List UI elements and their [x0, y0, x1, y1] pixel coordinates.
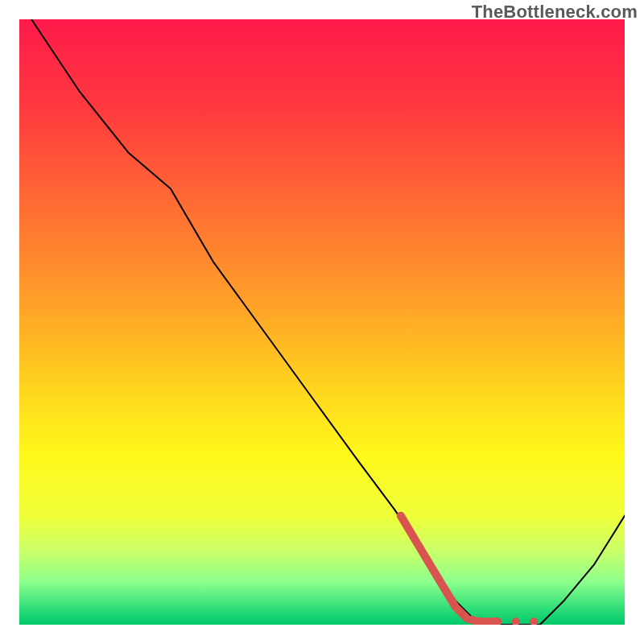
chart-stage: TheBottleneck.com [0, 0, 644, 644]
bottleneck-chart [19, 19, 625, 625]
gradient-background [19, 19, 625, 625]
